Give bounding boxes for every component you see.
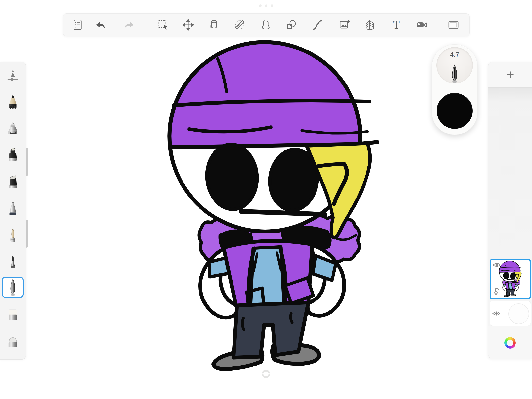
character-artwork	[169, 42, 377, 369]
color-wheel-hole	[507, 340, 513, 346]
active-tool-nib-icon	[450, 62, 459, 85]
curve-icon	[312, 19, 323, 31]
toolbar-divider	[436, 14, 436, 36]
stroke-settings-icon	[6, 69, 19, 84]
curve-tool-button[interactable]	[310, 17, 325, 33]
current-color-swatch[interactable]	[437, 93, 473, 129]
brush-size-value: 4.7	[436, 51, 473, 59]
undo-button[interactable]	[93, 17, 109, 33]
insert-image-icon	[339, 19, 350, 31]
tool-ballpoint-pen[interactable]	[0, 198, 26, 219]
airbrush-icon	[6, 121, 20, 136]
oil-pastel-icon	[6, 175, 20, 190]
layer-menu-button[interactable]	[70, 17, 86, 33]
layers-panel: +	[488, 62, 532, 359]
menu-list-icon	[72, 19, 83, 31]
page-dot	[259, 4, 262, 7]
sidebar-scrollbar[interactable]	[26, 220, 28, 248]
pencil-icon	[6, 94, 20, 109]
ruler-tool-button[interactable]	[232, 17, 248, 33]
tool-fountain-pen-selected[interactable]	[2, 277, 24, 298]
canvas-format-icon	[447, 19, 460, 31]
page-dot	[265, 4, 267, 7]
text-tool-glyph: T	[393, 19, 400, 31]
perspective-icon	[364, 19, 376, 31]
smudge-icon	[6, 335, 20, 349]
move-tool-button[interactable]	[180, 17, 196, 33]
brush-size-dial[interactable]: 4.7	[436, 47, 473, 83]
drawing-app: T	[0, 0, 532, 399]
fountain-pen-icon	[9, 278, 17, 296]
layer-2[interactable]	[490, 301, 531, 326]
shapes-icon	[286, 19, 298, 31]
text-tool-button[interactable]: T	[388, 17, 404, 33]
video-record-button[interactable]	[414, 17, 430, 33]
canvas-format-button[interactable]	[446, 17, 461, 33]
layer-2-visibility-eye-icon[interactable]	[492, 311, 500, 316]
add-layer-button[interactable]: +	[488, 62, 532, 87]
color-wheel-button[interactable]	[504, 337, 516, 349]
sidebar-scrollbar[interactable]	[26, 148, 28, 176]
ballpoint-pen-icon	[6, 201, 20, 216]
redo-icon	[122, 19, 134, 31]
watercolor-brush-icon	[6, 228, 20, 243]
tool-marker[interactable]	[0, 144, 26, 165]
rotate-canvas-control[interactable]	[261, 369, 271, 379]
undo-icon	[95, 19, 107, 31]
ink-pen-icon	[6, 254, 20, 269]
color-section	[488, 326, 532, 359]
ruler-icon	[234, 19, 246, 31]
shapes-tool-button[interactable]	[284, 17, 299, 33]
redo-button[interactable]	[120, 17, 136, 33]
layer-2-content-circle	[508, 303, 529, 324]
tools-sidebar	[0, 62, 26, 360]
tool-smudge[interactable]	[0, 332, 26, 353]
tool-ink-pen[interactable]	[0, 251, 26, 272]
page-dot	[271, 4, 273, 7]
move-icon	[182, 19, 194, 31]
video-record-icon	[416, 19, 428, 31]
fill-bucket-icon	[208, 19, 220, 31]
tool-watercolor-brush[interactable]	[0, 225, 26, 246]
select-icon	[157, 19, 169, 31]
stroke-settings-button[interactable]	[0, 66, 26, 87]
tool-eraser[interactable]	[0, 305, 26, 326]
layer-1-visibility-eye-icon[interactable]	[493, 262, 501, 268]
symmetry-tool-button[interactable]	[258, 17, 274, 33]
tool-airbrush[interactable]	[0, 118, 26, 139]
perspective-tool-button[interactable]	[362, 17, 378, 33]
top-toolbar: T	[63, 13, 470, 36]
select-tool-button[interactable]	[155, 17, 171, 33]
symmetry-icon	[260, 19, 272, 31]
toolbar-divider	[146, 14, 146, 36]
tool-pencil[interactable]	[0, 91, 26, 112]
layers-list	[488, 87, 532, 326]
eraser-icon	[6, 308, 20, 322]
tool-oil-pastel[interactable]	[0, 172, 26, 193]
layer-1-active[interactable]	[490, 259, 531, 299]
marker-icon	[6, 147, 20, 162]
fill-tool-button[interactable]	[206, 17, 222, 33]
layer-1-unlock-icon[interactable]	[493, 288, 500, 295]
divider	[0, 87, 26, 87]
brush-control-pill: 4.7	[432, 44, 478, 135]
insert-image-button[interactable]	[337, 17, 352, 33]
